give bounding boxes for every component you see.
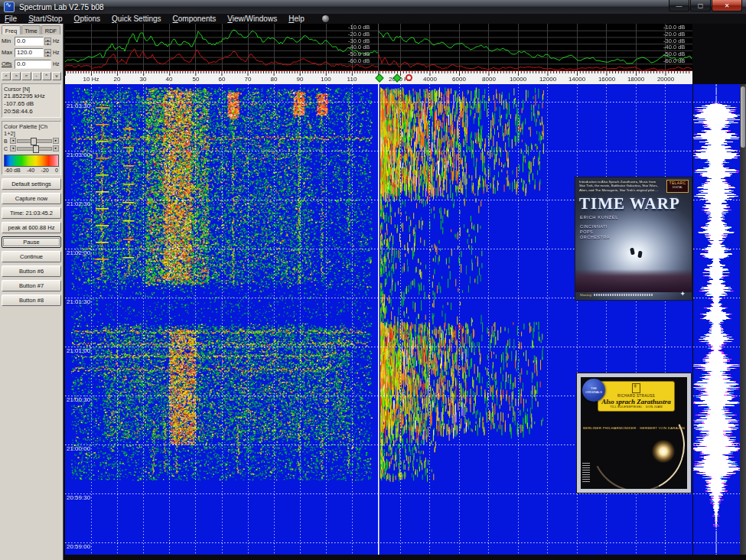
close-button[interactable]: ✕ — [712, 0, 742, 11]
tab-time[interactable]: Time — [21, 25, 41, 34]
time-warp-artist: ERICH KUNZEL — [580, 215, 692, 220]
contrast-slider-label: C — [4, 146, 9, 151]
time-warp-planet-surface — [575, 269, 692, 292]
zarathustra-title: Also sprach Zarathustra — [600, 398, 673, 405]
menu-item-components[interactable]: Components — [173, 14, 217, 24]
contrast-increase-button[interactable]: ► — [53, 145, 59, 151]
waveform-display[interactable] — [693, 84, 740, 555]
shift-down-button[interactable]: v — [52, 72, 61, 80]
max-frequency-unit: Hz — [53, 50, 61, 55]
menu-item-options[interactable]: Options — [74, 14, 100, 24]
brightness-slider[interactable] — [17, 139, 52, 143]
dg-logo-icon — [632, 383, 640, 393]
capture-now-button[interactable]: Capture now — [2, 193, 61, 204]
palette-db-scale: -60 dB-40-200 — [4, 168, 59, 173]
spectrum-lab-window: Spectrum Lab V2.75 b08 — ▢ ✕ File Start/… — [0, 0, 746, 560]
time-display-button[interactable]: Time: 21:03:45.2 — [2, 207, 61, 219]
time-warp-warning-text: Warning: — [580, 293, 653, 297]
telarc-starburst-icon: ✦ — [679, 290, 686, 298]
shift-up-button[interactable]: ^ — [42, 72, 51, 80]
menu-item-start-stop[interactable]: Start/Stop — [28, 14, 62, 24]
minimize-button[interactable]: — — [669, 0, 689, 11]
pause-button[interactable]: Pause — [2, 236, 61, 248]
control-panel: Freq Time RDF Min 0.0 ▲▼ Hz Max 120.0 ▲▼… — [0, 24, 64, 560]
tab-freq[interactable]: Freq — [2, 25, 21, 34]
menu-item-file[interactable]: File — [5, 14, 17, 24]
offset-input[interactable]: 0.0 — [15, 60, 51, 69]
cursor-frequency: 21.852295 kHz — [4, 93, 59, 100]
zarathustra-subtitle: TILL EULENSPIEGEL · DON JUAN — [600, 405, 673, 409]
menu-item-view-windows[interactable]: View/Windows — [227, 14, 277, 24]
contrast-decrease-button[interactable]: ◄ — [10, 145, 16, 151]
zoom-out-button[interactable]: < — [21, 72, 31, 80]
menu-item-quick-settings[interactable]: Quick Settings — [112, 14, 161, 24]
astronaut-figure — [630, 248, 635, 256]
menu-bar: File Start/Stop Options Quick Settings C… — [0, 14, 746, 24]
brightness-decrease-button[interactable]: ◄ — [10, 138, 16, 144]
window-title: Spectrum Lab V2.75 b08 — [19, 3, 104, 11]
cursor-time: 20:58:44.6 — [4, 108, 59, 116]
title-bar: Spectrum Lab V2.75 b08 — ▢ ✕ — [0, 0, 746, 14]
button-8[interactable]: Button #8 — [2, 295, 61, 306]
contrast-slider[interactable] — [17, 147, 52, 151]
scroll-left-button[interactable]: < — [2, 72, 11, 80]
astronaut-figure — [637, 251, 642, 259]
button-7[interactable]: Button #7 — [2, 280, 61, 291]
tab-rdf[interactable]: RDF — [41, 25, 60, 34]
button-6[interactable]: Button #6 — [2, 265, 61, 277]
eclipse-sun-glow — [652, 440, 675, 463]
zarathustra-side-text — [582, 463, 590, 483]
album-cover-zarathustra: RICHARD STRAUSS Also sprach Zarathustra … — [577, 373, 691, 493]
cursor-level: -107.65 dB — [4, 100, 59, 108]
spectrum-graph[interactable] — [65, 24, 692, 70]
min-frequency-spinner[interactable]: ▲▼ — [44, 37, 51, 45]
color-palette-title: Color Palette [Ch 1+2] — [4, 123, 59, 137]
frequency-marker-ring[interactable] — [406, 74, 412, 81]
zarathustra-performers: BERLINER PHILHARMONIKER · HERBERT VON KA… — [581, 426, 687, 430]
app-icon — [4, 2, 15, 12]
max-frequency-spinner[interactable]: ▲▼ — [44, 49, 51, 57]
telarc-badge: TELARC DIGITAL — [666, 180, 689, 193]
heat-gradient-bar — [4, 155, 59, 167]
brightness-slider-label: B — [4, 138, 9, 144]
zoom-reset-button[interactable]: - — [32, 72, 41, 80]
max-frequency-input[interactable]: 120.0 — [15, 48, 44, 57]
continue-button[interactable]: Continue — [2, 251, 61, 262]
originals-badge: THE ORIGINALS — [582, 379, 605, 402]
scrollbar-thumb[interactable] — [741, 86, 745, 148]
cursor-readout: Cursor [N] 21.852295 kHz -107.65 dB 20:5… — [2, 83, 61, 118]
cursor-title: Cursor [N] — [4, 86, 59, 93]
menu-item-help[interactable]: Help — [288, 14, 305, 24]
offset-unit: Hz — [53, 61, 61, 67]
color-palette-panel: Color Palette [Ch 1+2] B ◄ ► C ◄ ► -60 d… — [2, 121, 61, 175]
brightness-increase-button[interactable]: ► — [53, 138, 59, 144]
min-frequency-label: Min — [2, 37, 15, 44]
waterfall-scrollbar[interactable] — [740, 84, 746, 555]
min-frequency-unit: Hz — [53, 38, 61, 44]
frequency-ruler[interactable]: 10 Hz 20 30 40 50 60 70 80 90 100 110 20… — [65, 70, 692, 84]
maximize-button[interactable]: ▢ — [690, 0, 711, 11]
scroll-right-button[interactable]: > — [11, 72, 21, 80]
default-settings-button[interactable]: Default settings — [2, 178, 61, 190]
peak-display-button[interactable]: peak at 600.88 Hz — [2, 222, 61, 233]
time-warp-title: TIME WARP — [579, 194, 692, 213]
time-warp-orchestra: CINCINNATI POPS ORCHESTRA — [580, 224, 692, 240]
offset-label[interactable]: Offs — [2, 60, 15, 67]
dg-yellow-cartouche: RICHARD STRAUSS Also sprach Zarathustra … — [598, 381, 675, 412]
album-cover-time-warp: Introduction to Also Sprach Zarathustra,… — [575, 177, 692, 300]
min-frequency-input[interactable]: 0.0 — [15, 37, 44, 46]
max-frequency-label: Max — [2, 49, 15, 56]
status-led-icon — [322, 15, 329, 22]
